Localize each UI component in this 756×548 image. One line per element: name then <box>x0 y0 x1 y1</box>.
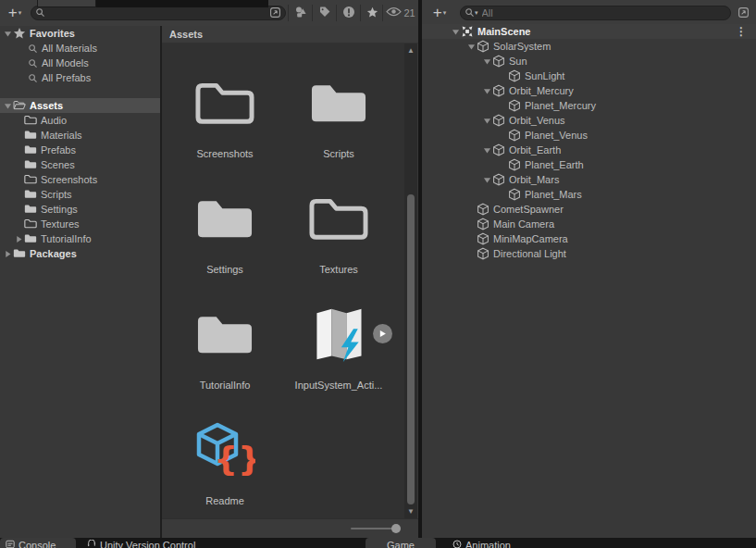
hierarchy-item-cometspawner[interactable]: CometSpawner <box>422 202 756 217</box>
hierarchy-search-field[interactable]: ▾ <box>460 6 731 20</box>
tree-item-materials[interactable]: Materials <box>0 128 160 143</box>
kebab-menu-icon[interactable]: ⋮ <box>736 25 747 38</box>
project-search-field[interactable] <box>31 6 286 20</box>
hierarchy-item-mainscene[interactable]: MainScene⋮ <box>422 24 756 39</box>
cube-icon <box>492 55 505 68</box>
tree-item-all-materials[interactable]: All Materials <box>0 41 160 56</box>
hierarchy-item-planet_mercury[interactable]: Planet_Mercury <box>422 98 756 113</box>
asset-tile-tutorialinfo[interactable]: TutorialInfo <box>174 302 276 394</box>
asset-tile-scripts[interactable]: Scripts <box>288 70 390 163</box>
breadcrumb[interactable]: Assets <box>169 29 203 40</box>
hierarchy-search-input[interactable] <box>480 6 726 19</box>
folder-icon <box>24 204 37 214</box>
tree-item-favorites[interactable]: Favorites <box>0 26 160 41</box>
favorite-star-icon <box>366 6 378 20</box>
grid-scrollbar[interactable]: ▲ ▼ <box>404 44 417 518</box>
foldout-open-icon[interactable] <box>465 43 477 51</box>
eye-count: 21 <box>403 7 415 19</box>
project-tree-panel: FavoritesAll MaterialsAll ModelsAll Pref… <box>0 26 160 538</box>
tree-item-tutorialinfo[interactable]: TutorialInfo <box>0 231 160 246</box>
folder-outline-icon <box>24 174 37 184</box>
foldout-open-icon[interactable] <box>2 102 13 110</box>
folder-icon <box>174 304 276 365</box>
hierarchy-item-directional-light[interactable]: Directional Light <box>422 246 756 261</box>
add-asset-button[interactable]: + ▾ <box>3 3 27 23</box>
hierarchy-item-minimapcamera[interactable]: MiniMapCamera <box>422 231 756 246</box>
hierarchy-item-planet_earth[interactable]: Planet_Earth <box>422 157 756 172</box>
tree-item-all-models[interactable]: All Models <box>0 56 160 70</box>
project-search-input[interactable] <box>45 6 269 19</box>
asset-tile-readme[interactable]: {} Readme <box>174 417 276 510</box>
scroll-up-icon[interactable]: ▲ <box>404 46 417 56</box>
tree-item-scripts[interactable]: Scripts <box>0 187 160 202</box>
tree-item-all-prefabs[interactable]: All Prefabs <box>0 70 160 85</box>
asset-tile-screenshots[interactable]: Screenshots <box>174 70 276 163</box>
tab-unity-version-control[interactable]: Unity Version Control <box>81 538 229 548</box>
top-window-seam <box>96 0 268 7</box>
hierarchy-item-planet_mars[interactable]: Planet_Mars <box>422 187 756 202</box>
hierarchy-item-label: Main Camera <box>493 218 554 230</box>
unity-editor: + ▾ 21 Favorite <box>0 0 756 548</box>
hierarchy-item-main-camera[interactable]: Main Camera <box>422 217 756 231</box>
foldout-open-icon[interactable] <box>2 30 13 38</box>
foldout-open-icon[interactable] <box>481 117 492 125</box>
hierarchy-tree: MainScene⋮SolarSystemSunSunLightOrbit_Me… <box>422 24 756 261</box>
tab-animation[interactable]: Animation <box>447 538 558 548</box>
cube-icon <box>508 188 521 201</box>
hierarchy-item-label: Orbit_Mars <box>509 174 559 185</box>
scene-icon <box>461 25 474 38</box>
hierarchy-item-sun[interactable]: Sun <box>422 54 756 68</box>
tree-item-label: Materials <box>41 130 82 141</box>
tab-console[interactable]: Console <box>0 538 76 548</box>
foldout-open-icon[interactable] <box>481 57 492 66</box>
tree-item-scenes[interactable]: Scenes <box>0 157 160 172</box>
foldout-closed-icon[interactable] <box>13 235 24 243</box>
tree-item-assets[interactable]: Assets <box>0 98 160 113</box>
foldout-open-icon[interactable] <box>481 176 492 184</box>
hierarchy-item-sunlight[interactable]: SunLight <box>422 68 756 83</box>
hierarchy-item-orbit_mars[interactable]: Orbit_Mars <box>422 172 756 187</box>
create-object-button[interactable]: + ▾ <box>426 3 453 23</box>
scrollbar-thumb[interactable] <box>407 194 415 504</box>
folder-icon <box>13 248 26 258</box>
tree-item-screenshots[interactable]: Screenshots <box>0 172 160 187</box>
asset-tile-settings[interactable]: Settings <box>174 186 276 279</box>
asset-tile-inputsystem-acti-[interactable]: InputSystem_Acti... <box>288 302 390 394</box>
hierarchy-item-orbit_mercury[interactable]: Orbit_Mercury <box>422 83 756 98</box>
tree-item-prefabs[interactable]: Prefabs <box>0 143 160 157</box>
tab-game[interactable]: Game <box>366 538 436 548</box>
search-by-type-button[interactable] <box>290 3 312 23</box>
asset-tile-textures[interactable]: Textures <box>288 186 390 279</box>
favorite-button[interactable] <box>362 3 382 23</box>
foldout-open-icon[interactable] <box>450 28 461 36</box>
hierarchy-item-solarsystem[interactable]: SolarSystem <box>422 39 756 54</box>
tree-item-settings[interactable]: Settings <box>0 202 160 217</box>
tree-item-audio[interactable]: Audio <box>0 113 160 128</box>
open-window-icon[interactable] <box>269 6 281 20</box>
hierarchy-item-orbit_venus[interactable]: Orbit_Venus <box>422 113 756 128</box>
open-window-button[interactable] <box>734 3 752 23</box>
zoom-slider-handle[interactable] <box>391 524 401 533</box>
cube-icon <box>477 247 490 260</box>
foldout-open-icon[interactable] <box>481 87 492 95</box>
search-by-label-button[interactable] <box>314 3 336 23</box>
play-badge-icon[interactable] <box>373 324 392 343</box>
hierarchy-item-orbit_earth[interactable]: Orbit_Earth <box>422 143 756 157</box>
tree-item-packages[interactable]: Packages <box>0 246 160 261</box>
folder-outline-icon <box>24 115 37 125</box>
tree-item-textures[interactable]: Textures <box>0 217 160 231</box>
hierarchy-item-label: MainScene <box>477 26 530 37</box>
scroll-down-icon[interactable]: ▼ <box>404 507 417 517</box>
svg-text:{}: {} <box>214 440 255 478</box>
hierarchy-item-planet_venus[interactable]: Planet_Venus <box>422 128 756 143</box>
tab-label: Console <box>19 540 56 548</box>
folder-icon <box>24 144 37 155</box>
cube-icon <box>492 143 505 156</box>
asset-tile-label: Readme <box>174 495 276 506</box>
open-window-icon <box>737 6 750 20</box>
breadcrumb-bar: Assets <box>162 26 418 44</box>
foldout-open-icon[interactable] <box>481 146 492 155</box>
alert-button[interactable] <box>338 3 360 23</box>
foldout-closed-icon[interactable] <box>2 250 13 258</box>
hidden-count-button[interactable]: 21 <box>385 3 416 23</box>
